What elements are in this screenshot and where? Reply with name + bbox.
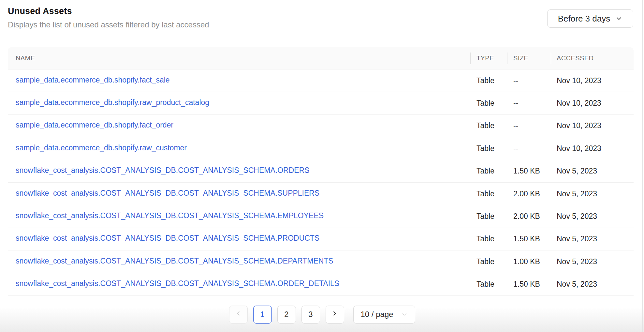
column-header-type: TYPE <box>470 54 507 62</box>
asset-type: Table <box>470 212 507 221</box>
table-row: sample_data.ecommerce_db.shopify.raw_pro… <box>8 92 634 114</box>
asset-size: 1.50 KB <box>507 167 551 175</box>
asset-link[interactable]: sample_data.ecommerce_db.shopify.raw_cus… <box>16 143 187 152</box>
asset-accessed: Nov 10, 2023 <box>551 76 634 85</box>
asset-type: Table <box>470 167 507 175</box>
asset-accessed: Nov 10, 2023 <box>551 121 634 130</box>
chevron-down-icon <box>401 311 408 318</box>
pagination-next-button[interactable] <box>326 306 344 324</box>
asset-link[interactable]: snowflake_cost_analysis.COST_ANALYSIS_DB… <box>16 166 310 175</box>
table-row: snowflake_cost_analysis.COST_ANALYSIS_DB… <box>8 228 634 250</box>
asset-link[interactable]: snowflake_cost_analysis.COST_ANALYSIS_DB… <box>16 189 319 198</box>
asset-type: Table <box>470 189 507 198</box>
right-edge-divider <box>642 0 643 332</box>
table-row: snowflake_cost_analysis.COST_ANALYSIS_DB… <box>8 250 634 273</box>
last-accessed-filter-select[interactable]: Before 3 days <box>547 9 633 28</box>
page-size-select[interactable]: 10 / page <box>353 306 415 324</box>
asset-link[interactable]: snowflake_cost_analysis.COST_ANALYSIS_DB… <box>16 257 333 265</box>
asset-accessed: Nov 5, 2023 <box>551 212 634 221</box>
asset-type: Table <box>470 76 507 85</box>
column-header-size: SIZE <box>507 54 551 62</box>
column-header-accessed: ACCESSED <box>551 54 634 62</box>
chevron-right-icon <box>331 310 338 319</box>
asset-type: Table <box>470 121 507 130</box>
column-header-name: NAME <box>8 54 470 62</box>
pagination-prev-button[interactable] <box>229 306 248 324</box>
table-header-row: NAME TYPE SIZE ACCESSED <box>8 47 634 69</box>
asset-accessed: Nov 5, 2023 <box>551 189 634 198</box>
pagination-page-3[interactable]: 3 <box>301 306 320 324</box>
asset-accessed: Nov 5, 2023 <box>551 167 634 175</box>
pagination-page-2[interactable]: 2 <box>277 306 296 324</box>
asset-link[interactable]: snowflake_cost_analysis.COST_ANALYSIS_DB… <box>16 211 324 220</box>
asset-size: 1.50 KB <box>507 280 551 289</box>
asset-link[interactable]: sample_data.ecommerce_db.shopify.fact_or… <box>16 121 173 129</box>
asset-size: -- <box>507 144 551 153</box>
asset-size: -- <box>507 121 551 130</box>
filter-selected-value: Before 3 days <box>558 14 610 24</box>
table-row: sample_data.ecommerce_db.shopify.fact_or… <box>8 115 634 137</box>
page-header: Unused Assets Displays the list of unuse… <box>0 0 644 30</box>
asset-size: 1.00 KB <box>507 257 551 266</box>
asset-accessed: Nov 5, 2023 <box>551 257 634 266</box>
table-row: sample_data.ecommerce_db.shopify.raw_cus… <box>8 137 634 160</box>
asset-link[interactable]: sample_data.ecommerce_db.shopify.raw_pro… <box>16 98 209 107</box>
pagination: 1 2 3 10 / page <box>0 306 644 324</box>
page-size-label: 10 / page <box>361 310 393 319</box>
chevron-left-icon <box>235 310 242 319</box>
asset-size: 2.00 KB <box>507 189 551 198</box>
asset-size: -- <box>507 99 551 108</box>
table-row: snowflake_cost_analysis.COST_ANALYSIS_DB… <box>8 183 634 205</box>
pagination-page-1[interactable]: 1 <box>253 306 272 324</box>
page-title: Unused Assets <box>8 5 633 17</box>
asset-link[interactable]: snowflake_cost_analysis.COST_ANALYSIS_DB… <box>16 234 319 243</box>
asset-type: Table <box>470 257 507 266</box>
asset-accessed: Nov 10, 2023 <box>551 144 634 153</box>
asset-size: 1.50 KB <box>507 234 551 243</box>
page-subtitle: Displays the list of unused assets filte… <box>8 20 633 30</box>
asset-type: Table <box>470 280 507 289</box>
asset-accessed: Nov 5, 2023 <box>551 280 634 289</box>
table-row: snowflake_cost_analysis.COST_ANALYSIS_DB… <box>8 160 634 183</box>
asset-type: Table <box>470 144 507 153</box>
asset-size: -- <box>507 76 551 85</box>
asset-link[interactable]: sample_data.ecommerce_db.shopify.fact_sa… <box>16 76 170 84</box>
unused-assets-page: Unused Assets Displays the list of unuse… <box>0 0 644 332</box>
chevron-down-icon <box>615 15 622 22</box>
table-row: snowflake_cost_analysis.COST_ANALYSIS_DB… <box>8 273 634 296</box>
asset-link[interactable]: snowflake_cost_analysis.COST_ANALYSIS_DB… <box>16 279 339 288</box>
asset-type: Table <box>470 99 507 108</box>
table-row: sample_data.ecommerce_db.shopify.fact_sa… <box>8 69 634 92</box>
table-row: snowflake_cost_analysis.COST_ANALYSIS_DB… <box>8 205 634 228</box>
asset-accessed: Nov 10, 2023 <box>551 99 634 108</box>
asset-accessed: Nov 5, 2023 <box>551 234 634 243</box>
asset-size: 2.00 KB <box>507 212 551 221</box>
asset-type: Table <box>470 234 507 243</box>
unused-assets-table: NAME TYPE SIZE ACCESSED sample_data.ecom… <box>8 47 634 296</box>
